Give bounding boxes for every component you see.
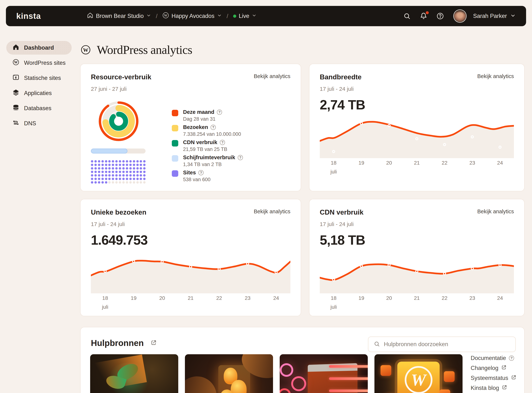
search-icon (374, 341, 380, 348)
resources-search-input[interactable] (384, 341, 510, 348)
live-status-dot (233, 15, 236, 18)
link-kinsta-blog[interactable]: Kinsta blog (471, 383, 524, 393)
resource-legend: Deze maand? Dag 28 van 31 Bezoeken? 7.33… (172, 109, 243, 184)
search-icon (403, 13, 411, 20)
wordpress-icon: W (405, 366, 432, 393)
chevron-down-icon (252, 13, 256, 19)
unique-visits-chart: 18192021222324juli (91, 254, 290, 311)
sidebar-item-applications[interactable]: Applicaties (6, 86, 72, 100)
sidebar-item-databases[interactable]: Databases (6, 102, 72, 115)
resource-usage-visual (91, 101, 146, 184)
breadcrumb: Brown Bear Studio / W Happy Avocados / L… (87, 12, 256, 20)
breadcrumb-environment[interactable]: Live (233, 13, 257, 19)
card-title: Unieke bezoeken (91, 208, 146, 216)
wordpress-icon: W (81, 45, 90, 55)
date-range: 17 juli - 24 juli (320, 221, 514, 227)
x-axis-unit: juli (91, 304, 290, 311)
layers-icon (13, 89, 19, 97)
view-analytics-link[interactable]: Bekijk analytics (254, 73, 290, 79)
home-icon (13, 44, 19, 52)
card-title: CDN verbruik (320, 208, 363, 216)
view-analytics-link[interactable]: Bekijk analytics (254, 208, 290, 215)
breadcrumb-company[interactable]: Brown Bear Studio (87, 12, 151, 20)
resources-title: Hulpbronnen (91, 338, 144, 348)
resource-thumbnail-4[interactable]: W (374, 354, 462, 393)
chevron-down-icon (146, 13, 151, 19)
link-system-status[interactable]: Systeemstatus (471, 373, 524, 383)
x-axis-labels: 18192021222324 (91, 295, 290, 302)
sidebar-item-label: Databases (24, 105, 51, 112)
user-menu[interactable]: Sarah Parker (452, 10, 516, 22)
resources-search (368, 337, 516, 352)
external-link-icon[interactable] (151, 340, 157, 346)
bandwidth-chart: 18192021222324juli (320, 119, 514, 176)
unique-visits-total: 1.649.753 (91, 232, 290, 248)
resource-thumbnail-2[interactable] (185, 354, 273, 393)
view-analytics-link[interactable]: Bekijk analytics (477, 73, 514, 79)
help-icon[interactable]: ? (211, 125, 216, 130)
resources-links: Documentatie ? Changelog Systeemstatus K… (471, 353, 524, 393)
resource-thumbnail-1[interactable] (90, 354, 178, 393)
x-axis-labels: 18192021222324 (320, 295, 514, 302)
help-icon (437, 12, 444, 20)
x-axis-unit: juli (320, 169, 514, 176)
link-documentation[interactable]: Documentatie ? (471, 353, 524, 363)
sidebar-item-dashboard[interactable]: Dashboard (6, 41, 72, 55)
notification-badge (426, 11, 429, 14)
breadcrumb-separator: / (227, 13, 228, 20)
resource-donut-chart (98, 101, 139, 142)
notifications-button[interactable] (419, 12, 428, 20)
sidebar: Dashboard W WordPress sites Statische si… (6, 41, 72, 132)
chevron-down-icon (510, 13, 516, 19)
sidebar-item-label: Dashboard (24, 44, 54, 51)
legend-swatch (172, 170, 178, 177)
sidebar-item-label: Statische sites (24, 75, 61, 81)
svg-text:W: W (14, 60, 18, 64)
sites-dot-matrix (91, 160, 146, 184)
bandwidth-total: 2,74 TB (320, 97, 514, 112)
dns-route-icon (13, 119, 19, 128)
help-icon[interactable]: ? (217, 110, 222, 115)
help-icon[interactable]: ? (238, 155, 243, 160)
breadcrumb-site[interactable]: W Happy Avocados (162, 12, 222, 20)
card-title: Resource-verbruik (91, 73, 151, 81)
legend-swatch (172, 155, 178, 162)
cdn-usage-card: CDN verbruik Bekijk analytics 17 juli - … (309, 199, 525, 316)
link-changelog[interactable]: Changelog (471, 363, 524, 373)
sidebar-item-label: WordPress sites (24, 60, 65, 66)
legend-item-cdn: CDN verbruik? 21,59 TB van 25 TB (172, 139, 243, 152)
svg-text:W: W (83, 47, 89, 53)
breadcrumb-company-label: Brown Bear Studio (96, 13, 144, 19)
avatar (454, 10, 466, 22)
breadcrumb-site-label: Happy Avocados (172, 13, 215, 19)
top-navbar: kinsta Brown Bear Studio / W Happy Avoca… (6, 6, 526, 26)
database-icon (13, 104, 19, 112)
sidebar-item-dns[interactable]: DNS (6, 117, 72, 130)
kinsta-logo[interactable]: kinsta (16, 11, 41, 21)
x-axis-labels: 18192021222324 (320, 160, 514, 167)
legend-item-month: Deze maand? Dag 28 van 31 (172, 109, 243, 122)
wordpress-icon: W (13, 59, 19, 67)
legend-swatch (172, 125, 178, 131)
sidebar-item-static-sites[interactable]: Statische sites (6, 71, 72, 85)
help-icon: ? (509, 356, 514, 361)
legend-swatch (172, 110, 178, 116)
sidebar-item-wordpress-sites[interactable]: W WordPress sites (6, 56, 72, 70)
help-icon[interactable]: ? (220, 140, 225, 145)
home-icon (87, 12, 93, 20)
unique-visits-card: Unieke bezoeken Bekijk analytics 17 juli… (80, 199, 301, 316)
resource-thumbnail-3[interactable] (280, 354, 368, 393)
external-link-icon (501, 365, 507, 371)
legend-swatch (172, 140, 178, 147)
svg-text:W: W (164, 14, 167, 17)
bandwidth-card: Bandbreedte Bekijk analytics 17 juli - 2… (309, 64, 525, 191)
date-range: 27 juni - 27 juli (91, 86, 290, 92)
legend-item-sites: Sites? 538 van 600 (172, 170, 243, 182)
help-icon[interactable]: ? (198, 170, 204, 175)
external-link-icon (502, 385, 507, 391)
sidebar-item-label: DNS (24, 120, 36, 127)
help-button[interactable] (436, 12, 445, 20)
card-title: Bandbreedte (320, 73, 361, 81)
view-analytics-link[interactable]: Bekijk analytics (477, 208, 514, 215)
search-button[interactable] (402, 12, 411, 20)
